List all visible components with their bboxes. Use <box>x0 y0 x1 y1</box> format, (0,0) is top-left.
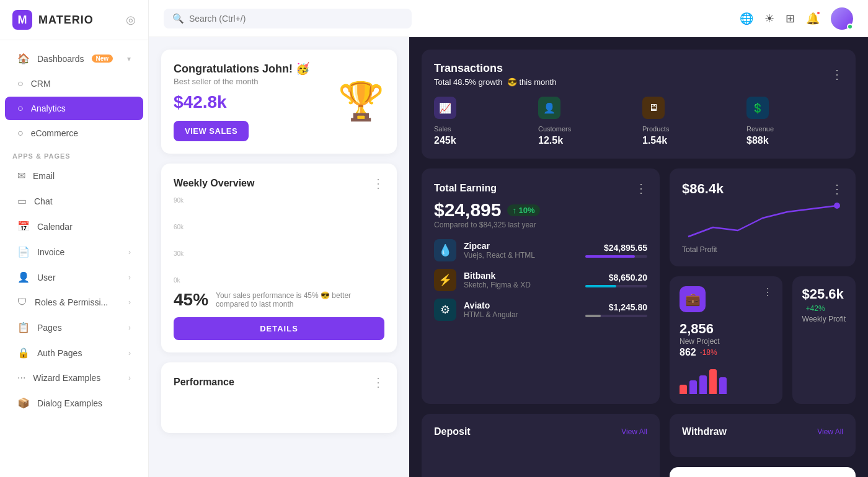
chart-bars <box>197 197 379 284</box>
total-earning-amount: $24,895 ↑ 10% <box>434 199 647 221</box>
weekly-overview-menu-button[interactable]: ⋮ <box>372 176 384 191</box>
sidebar-item-label: Roles & Permissi... <box>35 297 108 307</box>
invoice-icon: 📄 <box>17 246 30 258</box>
transactions-subtitle-suffix: 😎 this month <box>507 77 557 87</box>
withdraw-view-all[interactable]: View All <box>817 427 843 436</box>
congrats-title: Congratulations John! 🥳 <box>174 62 309 76</box>
chevron-right-icon: › <box>128 323 131 332</box>
pages-icon: 📋 <box>17 322 30 333</box>
bitbank-info: Bitbank Sketch, Figma & XD <box>464 271 578 289</box>
search-bar[interactable]: 🔍 <box>164 9 412 28</box>
performance-title: Performance <box>174 377 234 388</box>
total-profit-label: Total Profit <box>682 245 843 254</box>
performance-content <box>174 396 384 421</box>
chart-label-0k: 0k <box>174 277 184 284</box>
sidebar-item-chat[interactable]: ▭ Chat <box>5 189 143 213</box>
chevron-right-icon: › <box>128 349 131 357</box>
sales-label: Sales <box>434 125 531 133</box>
weekly-overview-card: Weekly Overview ⋮ 90k 60k 30k 0k <box>161 164 397 352</box>
sidebar-item-calendar[interactable]: 📅 Calendar <box>5 214 143 239</box>
sidebar-item-auth[interactable]: 🔒 Auth Pages › <box>5 341 143 365</box>
search-input[interactable] <box>189 14 403 24</box>
sidebar-item-dashboards[interactable]: 🏠 Dashboards New ▾ <box>5 46 143 71</box>
transactions-card: Transactions Total 48.5% growth 😎 this m… <box>422 50 856 159</box>
sidebar-item-ecommerce[interactable]: ○ eCommerce <box>5 121 143 145</box>
view-sales-button[interactable]: VIEW SALES <box>174 121 249 141</box>
chevron-right-icon: › <box>128 248 131 256</box>
stat-products: 🖥 Products 1.54k <box>642 97 739 146</box>
bitbank-name: Bitbank <box>464 271 578 281</box>
chart-label-30k: 30k <box>174 250 184 257</box>
earning-value: $24,895 <box>434 199 501 221</box>
lock-icon: 🔒 <box>17 347 30 359</box>
customers-value: 12.5k <box>538 135 635 146</box>
transactions-subtitle-text: Total 48.5% growth <box>434 77 503 87</box>
topbar: 🔍 🌐 ☀ ⊞ 🔔 <box>149 0 868 37</box>
sidebar-item-label: eCommerce <box>31 128 78 138</box>
earning-list: 💧 Zipcar Vuejs, React & HTML $24,895.65 <box>434 239 647 321</box>
sidebar-item-invoice[interactable]: 📄 Invoice › <box>5 240 143 264</box>
topbar-icons: 🌐 ☀ ⊞ 🔔 <box>740 7 853 30</box>
total-profit-menu-button[interactable]: ⋮ <box>831 181 843 197</box>
sidebar-item-user[interactable]: 👤 User › <box>5 265 143 289</box>
logo-icon: M <box>12 10 32 30</box>
chevron-down-icon: ▾ <box>127 55 131 63</box>
notification-dot <box>816 11 821 15</box>
calendar-icon: 📅 <box>17 221 30 232</box>
sidebar-item-label: Wizard Examples <box>33 373 100 383</box>
withdraw-tech-col: Withdraw View All N TS JS ✦ <box>670 414 856 477</box>
transactions-title: Transactions <box>434 62 556 75</box>
dialog-icon: 📦 <box>17 397 30 409</box>
new-project-main-value: 2,856 <box>680 321 773 337</box>
weekly-profit-card: $25.6k +42% Weekly Profit <box>792 276 856 404</box>
sidebar-item-label: Chat <box>34 196 53 206</box>
new-project-menu-button[interactable]: ⋮ <box>763 286 773 298</box>
congratulations-card: Congratulations John! 🥳 Best seller of t… <box>161 50 397 154</box>
weekly-profit-value: $25.6k <box>802 286 846 302</box>
sidebar-item-email[interactable]: ✉ Email <box>5 164 143 188</box>
translate-icon[interactable]: 🌐 <box>740 12 753 25</box>
total-earning-menu-button[interactable]: ⋮ <box>635 181 647 196</box>
sidebar-item-crm[interactable]: ○ CRM <box>5 72 143 95</box>
notification-icon[interactable]: 🔔 <box>806 12 820 25</box>
earning-item-zipcar: 💧 Zipcar Vuejs, React & HTML $24,895.65 <box>434 239 647 261</box>
withdraw-title: Withdraw <box>682 426 727 437</box>
sidebar-item-label: Dashboards <box>37 54 84 64</box>
chevron-right-icon: › <box>128 374 131 382</box>
bitbank-progress-wrap <box>585 285 647 287</box>
grid-icon[interactable]: ⊞ <box>786 12 795 25</box>
new-project-value: 862 <box>680 347 696 358</box>
sidebar-item-analytics[interactable]: ○ Analytics <box>5 97 143 120</box>
mini-bar-4 <box>709 369 717 394</box>
sidebar-item-label: Analytics <box>31 103 66 113</box>
performance-header: Performance ⋮ <box>174 375 384 390</box>
sidebar-item-label: CRM <box>31 79 51 89</box>
new-project-label: New Project <box>680 337 773 346</box>
sidebar-item-dialog[interactable]: 📦 Dialog Examples <box>5 391 143 415</box>
bitbank-amount: $8,650.20 <box>585 273 647 287</box>
pin-icon[interactable]: ◎ <box>126 13 136 27</box>
withdraw-header: Withdraw View All <box>682 426 843 437</box>
customers-label: Customers <box>538 125 635 133</box>
performance-menu-button[interactable]: ⋮ <box>372 375 384 390</box>
new-badge: New <box>92 55 113 63</box>
sidebar-item-wizard[interactable]: ··· Wizard Examples › <box>5 366 143 390</box>
shield-icon: 🛡 <box>17 297 27 308</box>
earning-compare: Compared to $84,325 last year <box>434 221 647 229</box>
sidebar-item-pages[interactable]: 📋 Pages › <box>5 315 143 339</box>
email-icon: ✉ <box>17 170 25 182</box>
transactions-menu-button[interactable]: ⋮ <box>831 67 843 82</box>
transactions-header-left: Transactions Total 48.5% growth 😎 this m… <box>434 62 556 87</box>
sidebar-item-roles[interactable]: 🛡 Roles & Permissi... › <box>5 291 143 314</box>
deposit-view-all[interactable]: View All <box>621 427 647 436</box>
zipcar-logo: 💧 <box>434 239 456 261</box>
transactions-stats-grid: 📈 Sales 245k 👤 Customers 12.5k 🖥 Product… <box>434 97 843 146</box>
details-button[interactable]: DETAILS <box>174 317 384 340</box>
weekly-description: Your sales performance is 45% 😎 better c… <box>216 291 384 309</box>
earning-item-bitbank: ⚡ Bitbank Sketch, Figma & XD $8,650.20 <box>434 269 647 291</box>
earning-percentage: ↑ 10% <box>507 204 539 216</box>
user-avatar-wrap[interactable] <box>831 7 853 30</box>
chevron-right-icon: › <box>128 298 131 307</box>
middle-row: Total Earning ⋮ $24,895 ↑ 10% Compared t… <box>422 168 856 404</box>
theme-icon[interactable]: ☀ <box>764 12 774 25</box>
